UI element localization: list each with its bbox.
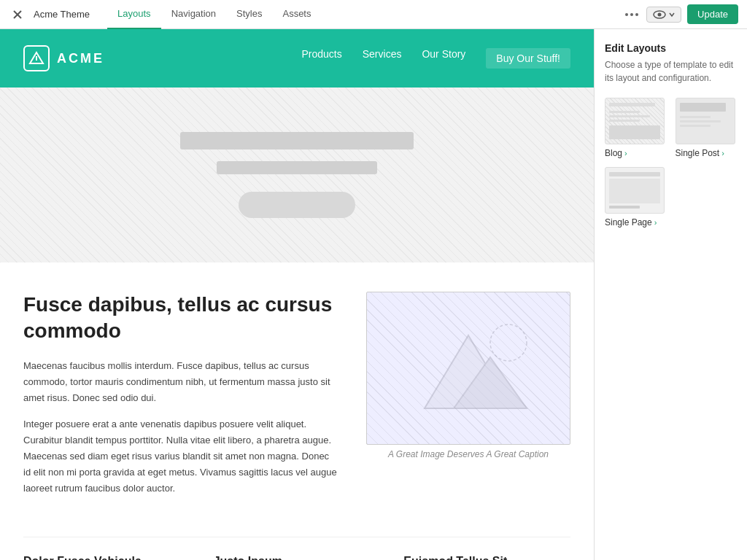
blog-arrow-icon: › [624,149,627,158]
nav-buy[interactable]: Buy Our Stuff! [486,48,570,69]
template-single-post-thumb [676,98,735,144]
content-para-1: Maecenas faucibus mollis interdum. Fusce… [23,358,337,406]
mountain-illustration [395,314,541,423]
content-image [366,292,570,445]
hero-subtitle-placeholder [217,161,377,174]
logo: ACME [23,45,104,71]
top-tabs: Layouts Navigation Styles Assets [107,0,321,29]
col-2-title: Justo Ipsum [214,555,381,560]
tab-layouts[interactable]: Layouts [107,0,161,29]
site-header: ACME Products Services Our Story Buy Our… [0,29,594,88]
content-para-2: Integer posuere erat a ante venenatis da… [23,416,337,497]
nav-our-story[interactable]: Our Story [422,48,465,69]
template-blog-thumb [605,98,665,144]
right-panel: Edit Layouts Choose a type of template t… [594,29,747,560]
template-single-page-label: Single Page › [605,217,667,228]
svg-point-6 [658,12,662,16]
template-single-post-label: Single Post › [676,148,738,158]
content-text: Fusce dapibus, tellus ac cursus commodo … [23,292,337,508]
template-blog-label: Blog › [605,148,667,158]
top-actions: Update [623,4,738,24]
logo-text: ACME [57,51,104,66]
template-single-page-thumb [605,167,665,214]
chevron-down-icon [669,12,675,18]
svg-point-11 [490,324,527,361]
logo-icon [23,45,50,71]
col-1-title: Dolor Fusce Vehicula [23,555,190,560]
site-nav: Products Services Our Story Buy Our Stuf… [301,48,570,69]
panel-desc: Choose a type of template to edit its la… [605,58,737,85]
content-title: Fusce dapibus, tellus ac cursus commodo [23,292,337,345]
tab-navigation[interactable]: Navigation [161,0,226,29]
col-item-3: Euismod Tellus Sit Condimentum Nulla vit… [403,555,570,560]
hero-title-placeholder [180,132,414,149]
content-area: Fusce dapibus, tellus ac cursus commodo … [0,262,594,560]
hero-cta-placeholder [239,192,355,218]
template-single-page[interactable]: Single Page › [605,167,667,228]
tab-styles[interactable]: Styles [226,0,272,29]
nav-products[interactable]: Products [301,48,341,69]
template-blog[interactable]: Blog › [605,98,667,158]
template-grid: Blog › Single Post › [605,98,737,228]
hero-section [0,88,594,262]
theme-name: Acme Theme [34,9,90,20]
more-options-button[interactable] [623,6,640,23]
eye-icon [653,10,666,19]
three-cols: Dolor Fusce Vehicula Maecenas faucibus m… [23,537,570,560]
template-single-post[interactable]: Single Post › [676,98,738,158]
preview-button[interactable] [646,7,681,23]
col-item-1: Dolor Fusce Vehicula Maecenas faucibus m… [23,555,190,560]
content-main: Fusce dapibus, tellus ac cursus commodo … [23,292,570,508]
svg-point-4 [635,13,638,16]
main-layout: ACME Products Services Our Story Buy Our… [0,29,747,560]
update-button[interactable]: Update [687,4,738,24]
preview-area: ACME Products Services Our Story Buy Our… [0,29,594,560]
col-item-2: Justo Ipsum Integer posuere erat a ante … [214,555,381,560]
content-image-wrap: A Great Image Deserves A Great Caption [366,292,570,508]
close-button[interactable] [9,6,26,23]
single-page-arrow-icon: › [654,218,657,227]
logo-svg [28,50,44,66]
single-post-arrow-icon: › [721,149,724,158]
svg-point-2 [625,13,628,16]
tab-assets[interactable]: Assets [272,0,321,29]
top-bar: Acme Theme Layouts Navigation Styles Ass… [0,0,747,29]
col-3-title: Euismod Tellus Sit Condimentum [403,555,570,560]
image-caption: A Great Image Deserves A Great Caption [366,449,570,459]
svg-point-3 [630,13,633,16]
nav-services[interactable]: Services [363,48,402,69]
panel-title: Edit Layouts [605,42,737,54]
